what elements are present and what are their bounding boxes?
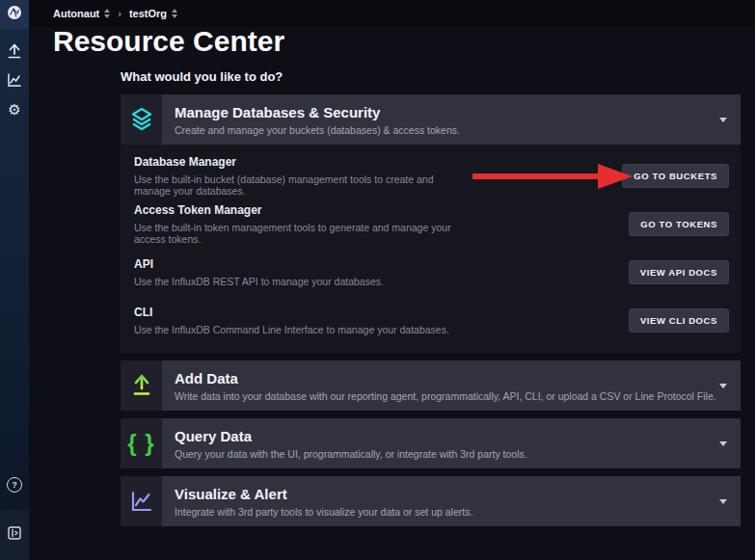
section-header-text: Query Data Query your data with the UI, … [162, 418, 527, 468]
breadcrumb-account-dropdown[interactable]: Autonaut [53, 8, 110, 19]
section-title: Add Data [175, 370, 716, 387]
item-text: Database Manager Use the built-in bucket… [134, 155, 622, 197]
section-header-add-data[interactable]: Add Data Write data into your database w… [121, 360, 741, 411]
chevron-updown-icon [104, 9, 110, 18]
influxdb-logo[interactable] [0, 0, 29, 29]
chevron-updown-icon [172, 9, 177, 18]
sidebar-item-settings[interactable]: ⚙ [0, 96, 29, 121]
gear-icon: ⚙ [8, 102, 20, 117]
help-icon: ? [7, 477, 22, 493]
resource-item-database-manager: Database Manager Use the built-in bucket… [121, 151, 741, 200]
go-to-tokens-button[interactable]: GO TO TOKENS [629, 212, 729, 236]
sidebar-item-load-data[interactable] [0, 40, 29, 66]
item-description: Use the InfluxDB REST API to manage your… [134, 276, 455, 287]
section-description: Create and manage your buckets (database… [175, 124, 460, 136]
section-visualize-alert: Visualize & Alert Integrate with 3rd par… [121, 476, 741, 526]
section-description: Query your data with the UI, programmati… [175, 448, 527, 460]
chevron-down-icon[interactable] [719, 499, 727, 504]
item-description: Use the InfluxDB Command Line Interface … [134, 324, 455, 335]
breadcrumb: Autonaut › testOrg [29, 0, 755, 27]
item-text: CLI Use the InfluxDB Command Line Interf… [134, 306, 629, 335]
resource-item-access-token-manager: Access Token Manager Use the built-in to… [121, 200, 741, 248]
section-title: Manage Databases & Security [175, 104, 460, 120]
graph-icon [7, 72, 22, 92]
breadcrumb-org-label: testOrg [129, 8, 167, 19]
section-query-data: { } Query Data Query your data with the … [121, 418, 741, 468]
section-header-text: Manage Databases & Security Create and m… [162, 94, 460, 145]
section-header-text: Add Data Write data into your database w… [162, 360, 716, 411]
upload-data-icon [121, 360, 162, 411]
view-cli-docs-button[interactable]: VIEW CLI DOCS [629, 308, 729, 333]
item-title: Access Token Manager [134, 203, 455, 217]
sidebar-expand-button[interactable] [0, 510, 29, 560]
go-to-buckets-button[interactable]: GO TO BUCKETS [622, 164, 729, 188]
influxdb-logo-icon [7, 5, 22, 24]
item-description: Use the built-in bucket (database) manag… [134, 173, 448, 197]
section-description: Write data into your database with our r… [175, 390, 716, 402]
sidebar-item-help[interactable]: ? [0, 472, 29, 497]
section-header-manage-databases[interactable]: Manage Databases & Security Create and m… [121, 94, 741, 145]
braces-icon: { } [121, 418, 162, 468]
item-title: Database Manager [134, 155, 448, 169]
item-text: Access Token Manager Use the built-in to… [134, 203, 629, 245]
section-title: Query Data [175, 428, 527, 444]
layers-icon [121, 94, 162, 145]
view-api-docs-button[interactable]: VIEW API DOCS [629, 260, 729, 284]
resource-sections: Manage Databases & Security Create and m… [121, 94, 741, 534]
chevron-down-icon[interactable] [719, 118, 727, 122]
sidebar-item-data-explorer[interactable] [0, 69, 29, 94]
item-title: API [134, 257, 455, 271]
chevron-down-icon[interactable] [719, 384, 727, 388]
page-subtitle: What would you like to do? [121, 69, 283, 84]
breadcrumb-account-label: Autonaut [53, 8, 99, 19]
sidebar: ⚙ ? [0, 0, 29, 560]
section-body-manage-databases: Database Manager Use the built-in bucket… [121, 145, 741, 353]
item-text: API Use the InfluxDB REST API to manage … [134, 257, 629, 287]
section-header-text: Visualize & Alert Integrate with 3rd par… [162, 476, 472, 526]
section-add-data: Add Data Write data into your database w… [121, 360, 741, 411]
page-title: Resource Center [53, 25, 284, 58]
chevron-down-icon[interactable] [719, 441, 727, 446]
breadcrumb-org-dropdown[interactable]: testOrg [129, 8, 177, 19]
section-header-visualize-alert[interactable]: Visualize & Alert Integrate with 3rd par… [121, 476, 741, 526]
resource-item-api: API Use the InfluxDB REST API to manage … [121, 248, 741, 296]
app-root: ⚙ ? Autonaut › testOrg Resource C [0, 0, 755, 560]
resource-item-cli: CLI Use the InfluxDB Command Line Interf… [121, 296, 741, 344]
section-manage-databases: Manage Databases & Security Create and m… [121, 94, 741, 353]
section-description: Integrate with 3rd party tools to visual… [175, 506, 472, 518]
upload-icon [7, 43, 22, 64]
line-chart-icon [121, 476, 162, 526]
item-title: CLI [134, 306, 455, 319]
section-header-query-data[interactable]: { } Query Data Query your data with the … [121, 418, 741, 468]
item-description: Use the built-in token management tools … [134, 222, 455, 245]
section-title: Visualize & Alert [175, 486, 472, 502]
breadcrumb-separator-icon: › [118, 8, 121, 19]
expand-panel-icon [8, 526, 21, 544]
